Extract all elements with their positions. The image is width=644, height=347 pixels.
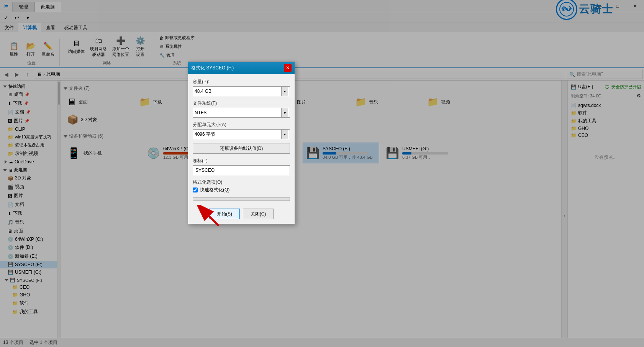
alloc-row: 分配单元大小(A) 4096 字节 ▾ — [193, 122, 290, 139]
filesystem-arrow[interactable]: ▾ — [281, 108, 288, 117]
red-arrow — [196, 205, 226, 228]
filesystem-label: 文件系统(F) — [193, 100, 290, 107]
filesystem-select[interactable]: NTFS ▾ — [193, 108, 290, 118]
options-label: 格式化选项(O) — [193, 179, 290, 186]
format-dialog: 格式化 SYSCEO (F:) ✕ 容量(P): 48.4 GB ▾ 文件系统(… — [188, 61, 295, 224]
progress-bar — [193, 197, 290, 201]
dialog-footer-wrapper: 开始(S) 关闭(C) — [188, 206, 295, 224]
capacity-label: 容量(P): — [193, 79, 290, 85]
dialog-overlay: 格式化 SYSCEO (F:) ✕ 容量(P): 48.4 GB ▾ 文件系统(… — [0, 0, 644, 347]
dialog-close-button[interactable]: 关闭(C) — [243, 209, 274, 219]
alloc-select[interactable]: 4096 字节 ▾ — [193, 129, 290, 139]
quick-format-label: 快速格式化(Q) — [200, 187, 229, 193]
alloc-value: 4096 字节 — [195, 131, 215, 138]
volume-label: 卷标(L) — [193, 158, 290, 164]
default-btn-row: 还原设备的默认值(D) — [193, 143, 290, 154]
filesystem-row: 文件系统(F) NTFS ▾ — [193, 100, 290, 118]
capacity-select[interactable]: 48.4 GB ▾ — [193, 86, 290, 96]
restore-defaults-btn[interactable]: 还原设备的默认值(D) — [193, 143, 290, 154]
options-row: 格式化选项(O) 快速格式化(Q) — [193, 179, 290, 193]
dialog-x-button[interactable]: ✕ — [284, 64, 292, 72]
capacity-row: 容量(P): 48.4 GB ▾ — [193, 79, 290, 96]
capacity-value: 48.4 GB — [195, 89, 211, 94]
capacity-arrow[interactable]: ▾ — [281, 87, 288, 96]
quick-format-row: 快速格式化(Q) — [193, 187, 290, 193]
filesystem-value: NTFS — [195, 110, 206, 115]
dialog-body: 容量(P): 48.4 GB ▾ 文件系统(F) NTFS ▾ 分配 — [188, 74, 295, 206]
dialog-title: 格式化 SYSCEO (F:) — [191, 65, 234, 71]
quick-format-checkbox[interactable] — [193, 187, 198, 192]
volume-input[interactable] — [193, 165, 290, 175]
volume-row: 卷标(L) — [193, 158, 290, 175]
dialog-titlebar: 格式化 SYSCEO (F:) ✕ — [188, 62, 295, 74]
alloc-label: 分配单元大小(A) — [193, 122, 290, 128]
alloc-arrow[interactable]: ▾ — [281, 130, 288, 139]
